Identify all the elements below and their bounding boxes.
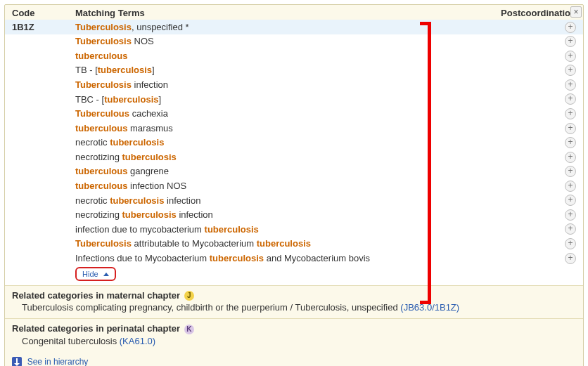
result-postcoord: + [492, 21, 576, 33]
result-term: tuberculous [75, 51, 492, 61]
postcoord-add-icon[interactable]: + [565, 51, 576, 62]
postcoord-add-icon[interactable]: + [565, 209, 576, 221]
result-term: Tuberculosis infection [75, 79, 492, 90]
result-postcoord: + [492, 36, 576, 48]
result-postcoord: + [492, 223, 576, 235]
perinatal-code-link[interactable]: (KA61.0) [120, 336, 155, 346]
result-postcoord: + [492, 122, 576, 134]
perinatal-title: Related categories in perinatal chapter [12, 323, 180, 334]
result-row[interactable]: TBC - [tuberculosis]+ [5, 92, 583, 107]
chapter-chip-k: K [184, 325, 194, 334]
result-term: Infections due to Mycobacterium tubercul… [75, 253, 492, 263]
result-postcoord: + [492, 93, 576, 105]
maternal-section: Related categories in maternal chapter J… [5, 285, 583, 319]
postcoord-add-icon[interactable]: + [565, 79, 576, 91]
result-term: infection due to mycobacterium tuberculo… [75, 224, 492, 235]
postcoord-add-icon[interactable]: + [565, 223, 576, 235]
postcoord-add-icon[interactable]: + [565, 93, 576, 105]
postcoord-add-icon[interactable]: + [565, 195, 576, 206]
hide-row-wrap: Hide [5, 266, 583, 285]
result-postcoord: + [492, 65, 576, 77]
result-term: necrotic tuberculosis [75, 137, 492, 148]
close-icon[interactable]: × [570, 6, 582, 18]
result-term: necrotizing tuberculosis infection [75, 209, 492, 220]
result-term: necrotic tuberculosis infection [75, 195, 492, 206]
postcoord-add-icon[interactable]: + [565, 166, 576, 177]
chapter-chip-j: J [184, 291, 194, 301]
result-row[interactable]: Infections due to Mycobacterium tubercul… [5, 251, 583, 266]
perinatal-text: Congenital tuberculosis [22, 336, 120, 346]
postcoord-add-icon[interactable]: + [565, 65, 576, 76]
caret-up-icon [103, 273, 109, 276]
result-row[interactable]: Tuberculosis attributable to Mycobacteri… [5, 236, 583, 251]
hide-label: Hide [82, 270, 98, 278]
result-row[interactable]: tuberculous+ [5, 48, 583, 63]
maternal-code-link[interactable]: (JB63.0/1B1Z) [400, 302, 459, 313]
result-postcoord: + [492, 195, 576, 207]
postcoord-add-icon[interactable]: + [565, 253, 576, 264]
result-postcoord: + [492, 151, 576, 163]
header-postcoordination: Postcoordination [492, 8, 576, 18]
result-term: tuberculous infection NOS [75, 181, 492, 191]
postcoord-add-icon[interactable]: + [565, 123, 576, 134]
postcoord-add-icon[interactable]: + [565, 181, 576, 192]
maternal-body: Tuberculosis complicating pregnancy, chi… [12, 301, 576, 317]
perinatal-body: Congenital tuberculosis (KA61.0) [12, 334, 576, 351]
postcoord-add-icon[interactable]: + [565, 36, 576, 47]
perinatal-section: Related categories in perinatal chapter … [5, 318, 583, 352]
result-postcoord: + [492, 50, 576, 62]
postcoord-add-icon[interactable]: + [565, 137, 576, 148]
see-in-hierarchy-link[interactable]: See in hierarchy [27, 357, 89, 366]
results-list: 1B1ZTuberculosis, unspecified *+Tubercul… [5, 20, 583, 266]
result-row[interactable]: necrotizing tuberculosis infection+ [5, 207, 583, 222]
result-row[interactable]: infection due to mycobacterium tuberculo… [5, 222, 583, 237]
maternal-text: Tuberculosis complicating pregnancy, chi… [22, 302, 400, 313]
maternal-title: Related categories in maternal chapter [12, 290, 180, 301]
result-postcoord: + [492, 180, 576, 192]
see-in-hierarchy-row: See in hierarchy [5, 352, 583, 366]
result-row[interactable]: tuberculous marasmus+ [5, 121, 583, 136]
result-term: Tuberculosis, unspecified * [75, 22, 492, 32]
result-term: Tuberculosis attributable to Mycobacteri… [75, 238, 492, 249]
result-code: 1B1Z [12, 22, 75, 32]
result-term: tuberculous gangrene [75, 166, 492, 176]
result-row[interactable]: necrotizing tuberculosis+ [5, 150, 583, 164]
hide-toggle[interactable]: Hide [75, 267, 116, 281]
result-term: necrotizing tuberculosis [75, 152, 492, 162]
result-postcoord: + [492, 209, 576, 221]
result-row[interactable]: tuberculous infection NOS+ [5, 178, 583, 193]
result-postcoord: + [492, 166, 576, 178]
result-row[interactable]: necrotic tuberculosis+ [5, 136, 583, 150]
result-term: TBC - [tuberculosis] [75, 94, 492, 105]
results-panel: × Code Matching Terms Postcoordination 1… [4, 4, 584, 366]
hierarchy-icon [12, 357, 22, 366]
result-row[interactable]: 1B1ZTuberculosis, unspecified *+ [5, 20, 583, 34]
results-header: Code Matching Terms Postcoordination [5, 5, 583, 20]
result-postcoord: + [492, 252, 576, 264]
result-row[interactable]: TB - [tuberculosis]+ [5, 63, 583, 78]
result-row[interactable]: Tuberculosis infection+ [5, 77, 583, 92]
postcoord-add-icon[interactable]: + [565, 108, 576, 119]
result-term: TB - [tuberculosis] [75, 65, 492, 75]
result-postcoord: + [492, 107, 576, 119]
header-code: Code [12, 8, 75, 18]
result-term: tuberculous marasmus [75, 123, 492, 133]
result-row[interactable]: tuberculous gangrene+ [5, 164, 583, 179]
result-term: Tuberculosis NOS [75, 36, 492, 46]
result-row[interactable]: Tuberculous cachexia+ [5, 106, 583, 121]
postcoord-add-icon[interactable]: + [565, 238, 576, 249]
postcoord-add-icon[interactable]: + [565, 22, 576, 33]
result-postcoord: + [492, 79, 576, 91]
result-row[interactable]: necrotic tuberculosis infection+ [5, 193, 583, 208]
result-postcoord: + [492, 137, 576, 149]
result-postcoord: + [492, 237, 576, 249]
result-term: Tuberculous cachexia [75, 108, 492, 119]
postcoord-add-icon[interactable]: + [565, 152, 576, 163]
header-terms: Matching Terms [75, 8, 492, 18]
result-row[interactable]: Tuberculosis NOS+ [5, 34, 583, 49]
